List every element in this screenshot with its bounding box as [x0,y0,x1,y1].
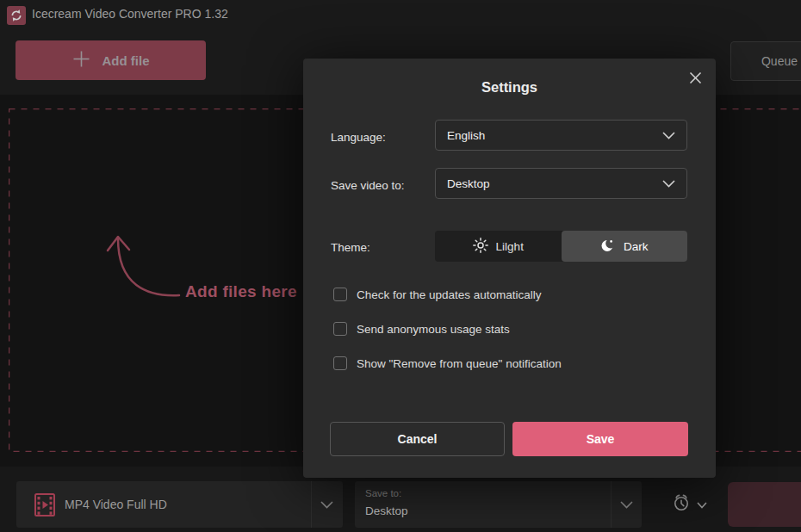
convert-button[interactable] [728,482,801,527]
save-button[interactable]: Save [512,422,688,456]
save-to-caption: Save to: [365,488,401,498]
queue-label: Queue [761,54,798,68]
chevron-down-icon [320,497,333,512]
queue-button[interactable]: Queue [730,41,801,81]
save-video-to-value: Desktop [447,177,490,190]
checkbox-label: Show "Remove from queue" notification [357,357,562,370]
theme-option-dark[interactable]: Dark [562,231,688,262]
add-files-hint: Add files here [185,282,297,301]
save-video-to-label: Save video to: [331,179,405,192]
chevron-down-icon [620,497,633,512]
language-select[interactable]: English [435,120,687,151]
language-value: English [447,129,485,142]
theme-light-label: Lilght [496,240,524,253]
checkbox-box [333,356,347,370]
checkbox-remove-from-queue[interactable]: Show "Remove from queue" notification [333,356,562,370]
save-to-value: Desktop [365,504,408,517]
checkbox-check-updates[interactable]: Check for the updates automatically [333,288,542,301]
output-format-value: MP4 Video Full HD [65,481,167,528]
theme-label: Theme: [331,241,370,254]
cancel-button[interactable]: Cancel [330,422,505,456]
plus-icon [72,50,90,71]
schedule-dropdown[interactable] [659,481,719,528]
output-format-select[interactable]: MP4 Video Full HD [16,481,343,528]
checkbox-box [333,288,347,301]
theme-option-light[interactable]: Lilght [435,231,562,262]
theme-toggle: Lilght Dark [435,231,687,262]
checkbox-label: Send anonymous usage stats [357,323,510,336]
add-file-label: Add file [102,53,150,68]
divider [611,481,612,528]
window-title: Icecream Video Converter PRO 1.32 [32,7,228,21]
save-video-to-select[interactable]: Desktop [435,168,687,199]
settings-dialog: Settings Language: English Save video to… [303,59,716,478]
checkbox-label: Check for the updates automatically [357,288,542,301]
dialog-title: Settings [303,79,716,96]
chevron-down-icon [697,497,707,512]
save-to-select[interactable]: Save to: Desktop [355,481,642,528]
divider [311,481,312,528]
language-label: Language: [331,131,386,144]
chevron-down-icon [662,176,675,191]
clock-icon [671,492,692,517]
sun-icon [473,238,488,256]
film-icon [34,493,55,520]
curved-arrow-icon [95,225,198,311]
theme-dark-label: Dark [624,240,649,253]
app-window: Icecream Video Converter PRO 1.32 Add fi… [0,0,801,532]
app-logo-sync-icon [7,6,26,25]
checkbox-anonymous-stats[interactable]: Send anonymous usage stats [333,322,510,336]
moon-icon [600,238,616,256]
chevron-down-icon [662,127,675,143]
add-file-button[interactable]: Add file [16,40,206,80]
checkbox-box [333,322,347,336]
